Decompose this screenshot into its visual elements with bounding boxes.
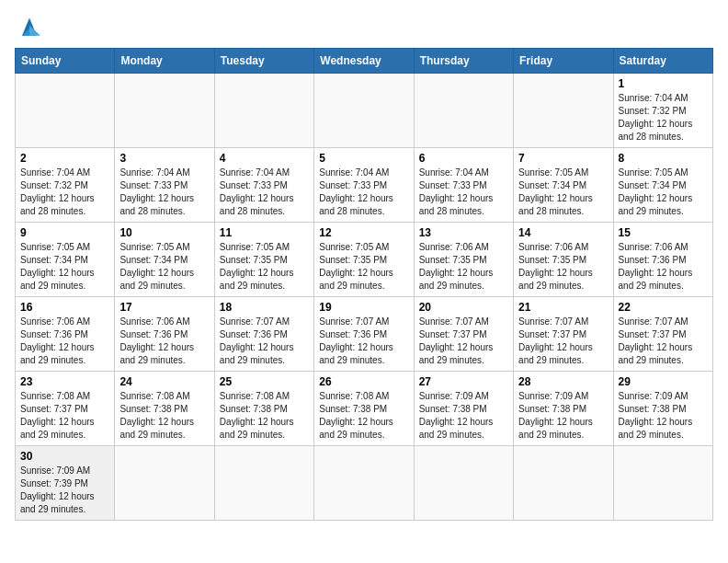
weekday-header-tuesday: Tuesday xyxy=(214,49,313,74)
calendar-week-row: 9Sunrise: 7:05 AM Sunset: 7:34 PM Daylig… xyxy=(16,223,713,297)
calendar-cell: 29Sunrise: 7:09 AM Sunset: 7:38 PM Dayli… xyxy=(613,372,712,446)
calendar-table: SundayMondayTuesdayWednesdayThursdayFrid… xyxy=(15,48,713,521)
day-number: 18 xyxy=(220,301,309,314)
calendar-cell: 2Sunrise: 7:04 AM Sunset: 7:32 PM Daylig… xyxy=(16,148,115,223)
weekday-header-friday: Friday xyxy=(514,49,613,74)
calendar-cell: 1Sunrise: 7:04 AM Sunset: 7:32 PM Daylig… xyxy=(613,74,712,148)
day-info: Sunrise: 7:04 AM Sunset: 7:32 PM Dayligh… xyxy=(20,167,109,218)
day-info: Sunrise: 7:08 AM Sunset: 7:38 PM Dayligh… xyxy=(220,390,309,442)
calendar-cell: 28Sunrise: 7:09 AM Sunset: 7:38 PM Dayli… xyxy=(514,372,613,446)
weekday-header-wednesday: Wednesday xyxy=(314,49,414,74)
calendar-cell xyxy=(514,74,613,148)
day-info: Sunrise: 7:06 AM Sunset: 7:35 PM Dayligh… xyxy=(518,241,608,293)
calendar-cell xyxy=(314,74,414,148)
day-info: Sunrise: 7:05 AM Sunset: 7:34 PM Dayligh… xyxy=(20,241,109,293)
day-info: Sunrise: 7:09 AM Sunset: 7:38 PM Dayligh… xyxy=(518,390,608,442)
day-number: 11 xyxy=(220,226,309,239)
day-info: Sunrise: 7:09 AM Sunset: 7:38 PM Dayligh… xyxy=(619,390,708,442)
page-header xyxy=(15,15,713,40)
weekday-header-monday: Monday xyxy=(115,49,214,74)
day-info: Sunrise: 7:08 AM Sunset: 7:38 PM Dayligh… xyxy=(319,390,408,442)
day-number: 24 xyxy=(119,375,209,388)
calendar-cell: 5Sunrise: 7:04 AM Sunset: 7:33 PM Daylig… xyxy=(314,148,414,223)
day-info: Sunrise: 7:07 AM Sunset: 7:36 PM Dayligh… xyxy=(220,316,309,367)
calendar-cell: 8Sunrise: 7:05 AM Sunset: 7:34 PM Daylig… xyxy=(613,148,712,223)
day-info: Sunrise: 7:04 AM Sunset: 7:33 PM Dayligh… xyxy=(220,167,309,218)
day-number: 13 xyxy=(419,226,508,239)
day-number: 17 xyxy=(119,301,209,314)
day-number: 25 xyxy=(220,375,309,388)
calendar-cell: 10Sunrise: 7:05 AM Sunset: 7:34 PM Dayli… xyxy=(115,223,214,297)
calendar-cell: 22Sunrise: 7:07 AM Sunset: 7:37 PM Dayli… xyxy=(613,297,712,372)
day-number: 5 xyxy=(319,152,408,165)
calendar-cell: 3Sunrise: 7:04 AM Sunset: 7:33 PM Daylig… xyxy=(115,148,214,223)
day-info: Sunrise: 7:09 AM Sunset: 7:38 PM Dayligh… xyxy=(419,390,508,442)
calendar-cell xyxy=(16,74,115,148)
day-info: Sunrise: 7:07 AM Sunset: 7:37 PM Dayligh… xyxy=(419,316,508,367)
weekday-header-sunday: Sunday xyxy=(16,49,115,74)
calendar-week-row: 23Sunrise: 7:08 AM Sunset: 7:37 PM Dayli… xyxy=(16,372,713,446)
day-info: Sunrise: 7:06 AM Sunset: 7:35 PM Dayligh… xyxy=(419,241,508,293)
day-info: Sunrise: 7:05 AM Sunset: 7:34 PM Dayligh… xyxy=(119,241,209,293)
day-number: 22 xyxy=(619,301,708,314)
day-number: 28 xyxy=(518,375,608,388)
calendar-cell xyxy=(314,446,414,521)
day-info: Sunrise: 7:05 AM Sunset: 7:34 PM Dayligh… xyxy=(518,167,608,218)
calendar-week-row: 16Sunrise: 7:06 AM Sunset: 7:36 PM Dayli… xyxy=(16,297,713,372)
calendar-cell: 4Sunrise: 7:04 AM Sunset: 7:33 PM Daylig… xyxy=(214,148,313,223)
day-number: 10 xyxy=(119,226,209,239)
day-number: 3 xyxy=(119,152,209,165)
calendar-cell xyxy=(115,74,214,148)
calendar-cell: 21Sunrise: 7:07 AM Sunset: 7:37 PM Dayli… xyxy=(514,297,613,372)
calendar-cell xyxy=(414,446,513,521)
calendar-cell: 25Sunrise: 7:08 AM Sunset: 7:38 PM Dayli… xyxy=(214,372,313,446)
day-number: 4 xyxy=(220,152,309,165)
day-info: Sunrise: 7:06 AM Sunset: 7:36 PM Dayligh… xyxy=(20,316,109,367)
calendar-cell: 15Sunrise: 7:06 AM Sunset: 7:36 PM Dayli… xyxy=(613,223,712,297)
calendar-cell xyxy=(613,446,712,521)
day-number: 29 xyxy=(619,375,708,388)
calendar-cell: 16Sunrise: 7:06 AM Sunset: 7:36 PM Dayli… xyxy=(16,297,115,372)
calendar-cell: 26Sunrise: 7:08 AM Sunset: 7:38 PM Dayli… xyxy=(314,372,414,446)
day-number: 30 xyxy=(20,450,109,463)
day-info: Sunrise: 7:08 AM Sunset: 7:38 PM Dayligh… xyxy=(119,390,209,442)
day-number: 27 xyxy=(419,375,508,388)
calendar-cell: 18Sunrise: 7:07 AM Sunset: 7:36 PM Dayli… xyxy=(214,297,313,372)
calendar-cell xyxy=(115,446,214,521)
day-info: Sunrise: 7:04 AM Sunset: 7:33 PM Dayligh… xyxy=(119,167,209,218)
calendar-cell: 11Sunrise: 7:05 AM Sunset: 7:35 PM Dayli… xyxy=(214,223,313,297)
logo xyxy=(15,15,48,40)
calendar-cell: 27Sunrise: 7:09 AM Sunset: 7:38 PM Dayli… xyxy=(414,372,513,446)
calendar-cell: 13Sunrise: 7:06 AM Sunset: 7:35 PM Dayli… xyxy=(414,223,513,297)
weekday-header-saturday: Saturday xyxy=(613,49,712,74)
day-number: 7 xyxy=(518,152,608,165)
day-info: Sunrise: 7:09 AM Sunset: 7:39 PM Dayligh… xyxy=(20,465,109,516)
calendar-cell xyxy=(414,74,513,148)
calendar-week-row: 30Sunrise: 7:09 AM Sunset: 7:39 PM Dayli… xyxy=(16,446,713,521)
day-number: 23 xyxy=(20,375,109,388)
day-info: Sunrise: 7:05 AM Sunset: 7:34 PM Dayligh… xyxy=(619,167,708,218)
day-number: 20 xyxy=(419,301,508,314)
day-info: Sunrise: 7:08 AM Sunset: 7:37 PM Dayligh… xyxy=(20,390,109,442)
day-number: 2 xyxy=(20,152,109,165)
day-info: Sunrise: 7:04 AM Sunset: 7:33 PM Dayligh… xyxy=(419,167,508,218)
calendar-cell: 24Sunrise: 7:08 AM Sunset: 7:38 PM Dayli… xyxy=(115,372,214,446)
day-number: 8 xyxy=(619,152,708,165)
day-number: 16 xyxy=(20,301,109,314)
day-number: 14 xyxy=(518,226,608,239)
day-info: Sunrise: 7:06 AM Sunset: 7:36 PM Dayligh… xyxy=(119,316,209,367)
day-number: 12 xyxy=(319,226,408,239)
calendar-header-row: SundayMondayTuesdayWednesdayThursdayFrid… xyxy=(16,49,713,74)
day-info: Sunrise: 7:07 AM Sunset: 7:36 PM Dayligh… xyxy=(319,316,408,367)
calendar-cell: 30Sunrise: 7:09 AM Sunset: 7:39 PM Dayli… xyxy=(16,446,115,521)
calendar-cell: 9Sunrise: 7:05 AM Sunset: 7:34 PM Daylig… xyxy=(16,223,115,297)
day-number: 6 xyxy=(419,152,508,165)
calendar-cell: 20Sunrise: 7:07 AM Sunset: 7:37 PM Dayli… xyxy=(414,297,513,372)
weekday-header-thursday: Thursday xyxy=(414,49,513,74)
day-number: 19 xyxy=(319,301,408,314)
calendar-cell xyxy=(514,446,613,521)
day-number: 1 xyxy=(619,77,708,90)
calendar-cell: 23Sunrise: 7:08 AM Sunset: 7:37 PM Dayli… xyxy=(16,372,115,446)
day-number: 15 xyxy=(619,226,708,239)
day-info: Sunrise: 7:06 AM Sunset: 7:36 PM Dayligh… xyxy=(619,241,708,293)
